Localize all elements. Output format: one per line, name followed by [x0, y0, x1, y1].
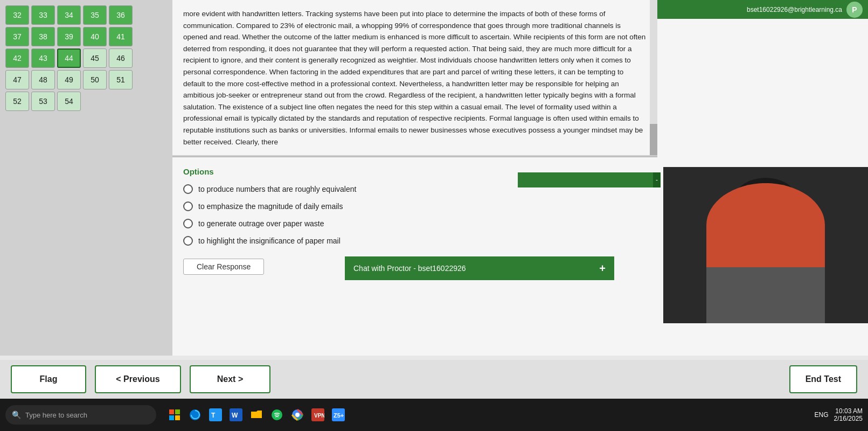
- translate-icon[interactable]: T: [207, 406, 224, 423]
- option-label: to produce numbers that are roughly equi…: [198, 185, 356, 193]
- passage-scrollbar[interactable]: [650, 0, 657, 156]
- svg-text:T: T: [211, 412, 216, 419]
- language-indicator: ENG: [815, 411, 829, 419]
- search-icon: 🔍: [12, 411, 21, 419]
- taskbar-app-icons: T W: [166, 406, 347, 423]
- file-explorer-icon[interactable]: [248, 406, 265, 423]
- number-row: 4243444546: [5, 48, 167, 68]
- taskbar-search-bar[interactable]: 🔍 Type here to search: [5, 405, 156, 425]
- number-row: 4748495051: [5, 70, 167, 89]
- question-number-btn[interactable]: 38: [31, 27, 55, 46]
- question-number-btn[interactable]: 47: [5, 70, 29, 89]
- question-number-btn[interactable]: 34: [57, 5, 81, 25]
- svg-rect-3: [175, 415, 180, 420]
- number-row: 3233343536: [5, 5, 167, 25]
- webcam-video: [663, 167, 868, 323]
- previous-button[interactable]: < Previous: [95, 365, 181, 393]
- user-avatar: P: [846, 2, 863, 18]
- person-body: [706, 183, 825, 323]
- svg-text:VPN: VPN: [314, 413, 324, 419]
- flag-button[interactable]: Flag: [11, 365, 86, 393]
- svg-text:Z5+: Z5+: [334, 412, 344, 419]
- chat-expand-icon[interactable]: +: [599, 262, 606, 275]
- option-label: to generate outrage over paper waste: [198, 219, 324, 228]
- spotify-icon[interactable]: [268, 406, 286, 423]
- options-list: to produce numbers that are roughly equi…: [183, 184, 647, 246]
- question-number-btn[interactable]: 46: [109, 48, 133, 68]
- question-number-btn[interactable]: 53: [31, 92, 55, 111]
- svg-text:W: W: [232, 412, 238, 419]
- question-number-btn[interactable]: 32: [5, 5, 29, 25]
- radio-circle[interactable]: [183, 219, 193, 228]
- video-feed: [663, 167, 868, 323]
- option-item[interactable]: to emphasize the magnitude of daily emai…: [183, 201, 647, 211]
- clear-response-button[interactable]: Clear Response: [183, 259, 264, 275]
- passage-text: more evident with handwritten letters. T…: [183, 8, 647, 148]
- header-bar: bset16022926@brightlearning.ca P: [652, 0, 868, 19]
- svg-point-11: [295, 413, 300, 417]
- bottom-navigation: Flag < Previous Next > End Test: [0, 360, 868, 399]
- option-item[interactable]: to highlight the insignificance of paper…: [183, 236, 647, 246]
- zoom-icon[interactable]: Z5+: [330, 406, 347, 423]
- word-icon[interactable]: W: [227, 406, 245, 423]
- scroll-thumb[interactable]: [650, 124, 657, 156]
- question-number-btn[interactable]: 52: [5, 92, 29, 111]
- question-number-btn[interactable]: 43: [31, 48, 55, 68]
- question-number-btn[interactable]: 50: [83, 70, 107, 89]
- reading-passage: more evident with handwritten letters. T…: [172, 0, 657, 156]
- question-number-btn[interactable]: 36: [109, 5, 133, 25]
- number-row: 3738394041: [5, 27, 167, 46]
- end-test-button[interactable]: End Test: [789, 365, 857, 393]
- option-label: to highlight the insignificance of paper…: [198, 237, 341, 245]
- passage-divider: [172, 156, 657, 157]
- svg-rect-2: [169, 415, 174, 420]
- question-number-btn[interactable]: 54: [57, 92, 81, 111]
- windows-store-icon[interactable]: [166, 406, 183, 423]
- vpn-icon[interactable]: VPN: [309, 406, 327, 423]
- svg-rect-1: [175, 409, 180, 414]
- option-label: to emphasize the magnitude of daily emai…: [198, 202, 343, 211]
- question-number-btn[interactable]: 45: [83, 48, 107, 68]
- system-clock: 10:03 AM 2/16/2025: [834, 407, 863, 422]
- clock-date: 2/16/2025: [834, 415, 863, 422]
- question-number-btn[interactable]: 48: [31, 70, 55, 89]
- question-number-btn[interactable]: 49: [57, 70, 81, 89]
- windows-taskbar: 🔍 Type here to search T: [0, 399, 868, 431]
- main-content: bset16022926@brightlearning.ca P more ev…: [172, 0, 868, 356]
- search-placeholder: Type here to search: [25, 411, 87, 419]
- question-number-btn[interactable]: 41: [109, 27, 133, 46]
- question-number-btn[interactable]: 40: [83, 27, 107, 46]
- number-row: 525354: [5, 92, 167, 111]
- question-number-btn[interactable]: 42: [5, 48, 29, 68]
- question-number-btn[interactable]: 37: [5, 27, 29, 46]
- question-number-btn[interactable]: 39: [57, 27, 81, 46]
- chrome-icon[interactable]: [289, 406, 306, 423]
- svg-rect-0: [169, 409, 174, 414]
- edge-icon[interactable]: [186, 406, 204, 423]
- question-number-btn[interactable]: 35: [83, 5, 107, 25]
- question-number-btn[interactable]: 51: [109, 70, 133, 89]
- radio-circle[interactable]: [183, 236, 193, 246]
- question-number-btn[interactable]: 33: [31, 5, 55, 25]
- user-email: bset16022926@brightlearning.ca: [747, 6, 842, 13]
- next-button[interactable]: Next >: [190, 365, 270, 393]
- green-indicator-bar: [518, 172, 658, 187]
- number-grid: 3233343536373839404142434445464748495051…: [5, 5, 167, 111]
- clock-time: 10:03 AM: [834, 407, 863, 415]
- option-item[interactable]: to generate outrage over paper waste: [183, 219, 647, 228]
- radio-circle[interactable]: [183, 201, 193, 211]
- question-number-btn[interactable]: 44: [57, 48, 81, 68]
- question-number-sidebar: 3233343536373839404142434445464748495051…: [0, 0, 172, 356]
- chat-label: Chat with Proctor - bset16022926: [353, 264, 594, 273]
- taskbar-right-area: ENG 10:03 AM 2/16/2025: [815, 407, 863, 422]
- chat-bar[interactable]: Chat with Proctor - bset16022926 +: [345, 256, 614, 280]
- green-indicator-dot: -: [653, 172, 661, 187]
- radio-circle[interactable]: [183, 184, 193, 194]
